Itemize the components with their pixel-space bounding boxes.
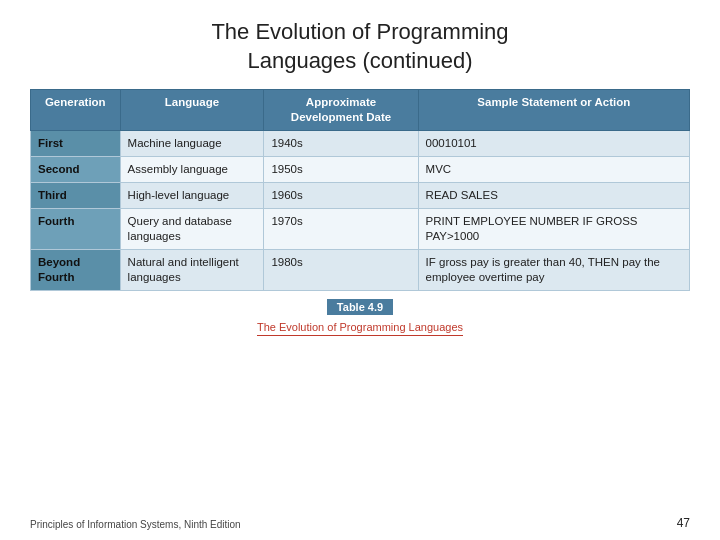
cell-language: Query and database languages [120,208,264,249]
table-row: SecondAssembly language1950sMVC [31,157,690,183]
cell-generation: Beyond Fourth [31,249,121,290]
table-caption: Table 4.9 The Evolution of Programming L… [30,297,690,336]
footer-right: 47 [677,516,690,530]
cell-date: 1950s [264,157,418,183]
cell-date: 1940s [264,131,418,157]
page-title: The Evolution of Programming Languages (… [211,18,508,75]
cell-language: High-level language [120,182,264,208]
cell-language: Natural and intelligent languages [120,249,264,290]
page: The Evolution of Programming Languages (… [0,0,720,540]
cell-date: 1960s [264,182,418,208]
table-row: FourthQuery and database languages1970sP… [31,208,690,249]
cell-generation: Fourth [31,208,121,249]
col-generation: Generation [31,90,121,131]
cell-generation: Second [31,157,121,183]
cell-generation: First [31,131,121,157]
col-date: Approximate Development Date [264,90,418,131]
cell-sample: PRINT EMPLOYEE NUMBER IF GROSS PAY>1000 [418,208,689,249]
cell-date: 1970s [264,208,418,249]
cell-date: 1980s [264,249,418,290]
cell-sample: MVC [418,157,689,183]
cell-language: Machine language [120,131,264,157]
cell-language: Assembly language [120,157,264,183]
footer: Principles of Information Systems, Ninth… [30,510,690,530]
table-caption-text: The Evolution of Programming Languages [257,321,463,336]
cell-sample: IF gross pay is greater than 40, THEN pa… [418,249,689,290]
table-header-row: Generation Language Approximate Developm… [31,90,690,131]
footer-left: Principles of Information Systems, Ninth… [30,519,241,530]
table-row: FirstMachine language1940s00010101 [31,131,690,157]
table-number: Table 4.9 [327,299,393,315]
col-sample: Sample Statement or Action [418,90,689,131]
evolution-table: Generation Language Approximate Developm… [30,89,690,290]
col-language: Language [120,90,264,131]
cell-generation: Third [31,182,121,208]
table-row: Beyond FourthNatural and intelligent lan… [31,249,690,290]
table-wrapper: Generation Language Approximate Developm… [30,89,690,335]
table-row: ThirdHigh-level language1960sREAD SALES [31,182,690,208]
cell-sample: 00010101 [418,131,689,157]
cell-sample: READ SALES [418,182,689,208]
